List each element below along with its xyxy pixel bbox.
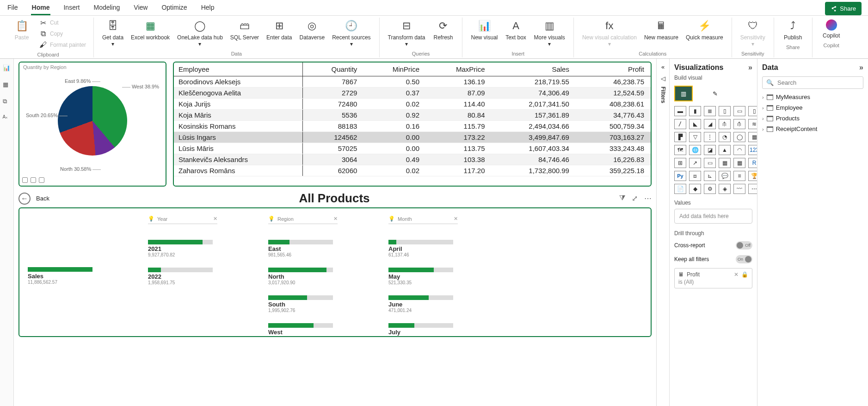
cross-report-toggle[interactable]: Off (736, 241, 752, 250)
clustered-column-icon[interactable]: ▯ (719, 106, 731, 116)
pie-visual[interactable]: Quantity by Region West 38.9% East 9.86%… (18, 62, 166, 187)
table-products[interactable]: ›Products (762, 115, 863, 122)
decomp-header[interactable]: 💡Month✕ (388, 216, 458, 224)
decomp-node[interactable]: May521,330.35 (388, 268, 458, 285)
col-employee[interactable]: Employee (174, 62, 303, 76)
col-profit[interactable]: Profit (576, 62, 651, 76)
table-row[interactable]: Kleščenogova Aelita27290.3787.0974,306.4… (174, 87, 651, 99)
excel-workbook-button[interactable]: ▦Excel workbook (127, 18, 173, 49)
funnel-icon[interactable]: ▽ (689, 132, 701, 142)
back-button[interactable]: ← (18, 193, 31, 205)
decomp-node[interactable]: Sales11,886,562.57 (28, 267, 97, 285)
cut-button[interactable]: ✂Cut (36, 18, 89, 28)
remove-level-icon[interactable]: ✕ (333, 216, 338, 222)
filters-icon[interactable]: ◁ (661, 75, 665, 82)
menu-tab-help[interactable]: Help (200, 2, 215, 15)
decomp-node[interactable]: East981,565.46 (268, 240, 338, 257)
automate-icon[interactable]: ⚙ (704, 184, 716, 194)
qa-icon[interactable]: 💬 (719, 171, 731, 181)
menu-tab-file[interactable]: File (6, 2, 19, 15)
table-row[interactable]: Lūsis Māris570250.00113.751,607,403.3433… (174, 143, 651, 154)
focus-icon[interactable]: ⤢ (632, 194, 638, 203)
col-sales[interactable]: Sales (491, 62, 575, 76)
collapse-viz-icon[interactable]: » (748, 63, 752, 72)
search-input[interactable] (776, 79, 859, 87)
pie-icon[interactable]: ◔ (719, 132, 731, 142)
multi-card-icon[interactable]: ⊞ (674, 158, 686, 168)
quick-measure-button[interactable]: ⚡Quick measure (682, 18, 727, 49)
sql-server-button[interactable]: 🗃SQL Server (227, 18, 263, 49)
remove-level-icon[interactable]: ✕ (213, 216, 217, 222)
more-options-icon[interactable]: ⋯ (644, 194, 652, 203)
new-measure-button[interactable]: 🖩New measure (640, 18, 682, 49)
table-employee[interactable]: ›Employee (762, 104, 863, 111)
copy-button[interactable]: ⧉Copy (36, 29, 89, 39)
decomp-node[interactable]: 20221,958,691.75 (148, 268, 217, 285)
line-clustered-icon[interactable]: ⫛ (733, 119, 745, 129)
build-visual-tab[interactable]: ▥ (674, 86, 693, 101)
model-view-icon[interactable]: ⧉ (3, 98, 11, 106)
decomp-node[interactable]: West (268, 323, 338, 336)
refresh-button[interactable]: ⟳Refresh (429, 18, 457, 49)
filters-pane-collapsed[interactable]: « ◁ Filters (656, 59, 669, 406)
onelake-button[interactable]: ◯OneLake data hub▾ (173, 18, 227, 49)
shape-map-icon[interactable]: ◪ (704, 145, 716, 155)
remove-drill-field-icon[interactable]: ✕ (734, 271, 739, 278)
more-visuals-button[interactable]: ▥More visuals▾ (530, 18, 569, 49)
format-painter-button[interactable]: 🖌Format painter (36, 40, 89, 50)
decomp-header[interactable]: 💡Year✕ (148, 216, 217, 224)
values-well[interactable]: Add data fields here (674, 209, 752, 224)
col-quantity[interactable]: Quantity (303, 62, 363, 76)
slicer-icon[interactable]: ▭ (704, 158, 716, 168)
collapse-data-icon[interactable]: » (859, 63, 863, 72)
decomp-node[interactable]: July (388, 323, 458, 336)
get-data-button[interactable]: 🗄Get data▾ (98, 18, 127, 49)
decomp-header[interactable]: 💡Region✕ (268, 216, 338, 224)
donut-icon[interactable]: ◯ (733, 132, 745, 142)
powerapps-icon[interactable]: ◆ (689, 184, 701, 194)
narrative-icon[interactable]: ≡ (733, 171, 745, 181)
lock-icon[interactable]: 🔒 (741, 271, 748, 278)
python-visual-icon[interactable]: Py (674, 171, 686, 181)
arcgis-icon[interactable]: ◈ (719, 184, 731, 194)
search-box[interactable]: 🔍 (762, 76, 863, 89)
dax-view-icon[interactable]: Aₓ (3, 114, 11, 123)
share-button[interactable]: Share (825, 2, 862, 15)
decomp-node[interactable]: 20219,927,870.82 (148, 240, 217, 257)
decomp-node[interactable]: North3,017,920.90 (268, 268, 338, 285)
decomposition-visual[interactable]: Sales11,886,562.57💡Year✕20219,927,870.82… (18, 207, 652, 337)
table-receiptcontent[interactable]: ›ReceiptContent (762, 125, 863, 132)
menu-tab-insert[interactable]: Insert (62, 2, 80, 15)
filled-map-icon[interactable]: 🌐 (689, 145, 701, 155)
scatter-icon[interactable]: ⋮ (704, 132, 716, 142)
drill-field-card[interactable]: 🖩 Profit ✕ 🔒 is (All) (674, 268, 752, 288)
new-visual-button[interactable]: 📊New visual (467, 18, 501, 49)
remove-level-icon[interactable]: ✕ (454, 216, 458, 222)
table-row[interactable]: Kosinskis Romans881830.16115.792,494,034… (174, 121, 651, 132)
transform-data-button[interactable]: ⊟Transform data▾ (384, 18, 429, 49)
line-icon[interactable]: 〳 (674, 119, 686, 129)
area-icon[interactable]: ◣ (689, 119, 701, 129)
dataverse-button[interactable]: ◎Dataverse (295, 18, 328, 49)
table-row[interactable]: Lūsis Ingars1245620.00173.223,499,847.69… (174, 132, 651, 143)
decomp-node[interactable]: South1,995,902.76 (268, 295, 338, 313)
matrix-icon[interactable]: ▦ (733, 158, 745, 168)
table-row[interactable]: Koja Māris55360.9280.84157,361.8934,776.… (174, 110, 651, 121)
back-label[interactable]: Back (36, 195, 49, 202)
map-icon[interactable]: 🗺 (674, 145, 686, 155)
pie-chart[interactable] (58, 86, 127, 156)
menu-tab-modeling[interactable]: Modeling (92, 2, 121, 15)
decomp-node[interactable]: April61,137.46 (388, 240, 458, 257)
expand-filters-icon[interactable]: « (661, 63, 665, 70)
paginated-icon[interactable]: 📄 (674, 184, 686, 194)
waterfall-icon[interactable]: ▛ (674, 132, 686, 142)
table-row[interactable]: Borodinovs Aleksejs78670.50136.19218,719… (174, 76, 651, 87)
employee-table-visual[interactable]: EmployeeQuantityMinPriceMaxPriceSalesPro… (173, 62, 652, 187)
stacked-bar-icon[interactable]: ▬ (674, 106, 686, 116)
publish-button[interactable]: ⤴Publish (779, 18, 807, 43)
filter-icon[interactable]: ⧩ (619, 194, 625, 203)
col-maxprice[interactable]: MaxPrice (426, 62, 491, 76)
decomposition-icon[interactable]: ⊾ (704, 171, 716, 181)
table-icon[interactable]: ▦ (719, 158, 731, 168)
stacked-column-icon[interactable]: ▮ (689, 106, 701, 116)
